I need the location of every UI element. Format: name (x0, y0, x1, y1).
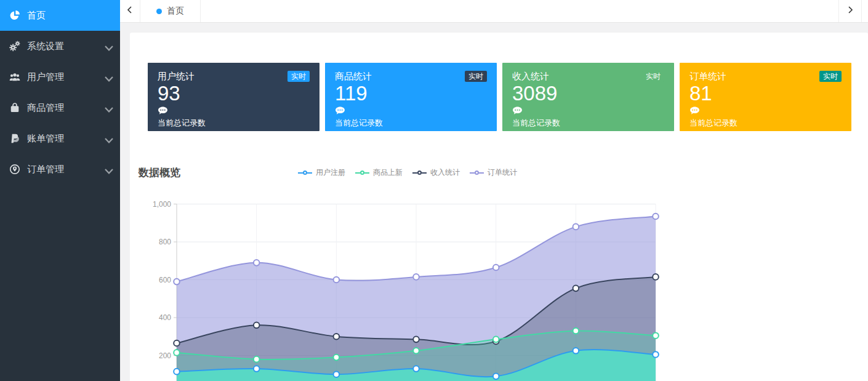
active-tab-dot-icon (156, 9, 162, 14)
sidebar-item-product-management[interactable]: 商品管理 (0, 92, 120, 123)
sidebar-item-bill-management[interactable]: 账单管理 (0, 123, 120, 154)
overview-header: 数据概览 用户注册商品上新收入统计订单统计 (139, 166, 677, 180)
main-area: 首页 用户统计 实时 93 (120, 0, 868, 381)
comment-dots-icon (158, 106, 168, 115)
tabs-scroll-left-button[interactable] (120, 0, 140, 22)
legend-marker (307, 172, 312, 174)
data-point-用户注册 (653, 351, 659, 358)
overview-chart: 2004006008001,000 (139, 200, 677, 381)
pie-chart-icon (9, 10, 20, 21)
data-point-订单统计 (334, 277, 340, 283)
tab-bar-filler (201, 0, 838, 22)
chevron-down-icon (103, 135, 111, 142)
stat-card-income: 收入统计 实时 3089 当前总记录数 (502, 63, 674, 131)
y-axis-label: 600 (159, 276, 171, 284)
sidebar-item-label: 首页 (27, 10, 46, 22)
legend-item[interactable]: 订单统计 (470, 167, 517, 178)
legend-marker (298, 172, 303, 174)
tab-bar: 首页 (120, 0, 868, 23)
y-axis-label: 400 (159, 313, 171, 322)
data-point-商品上新 (334, 355, 340, 361)
legend-label: 用户注册 (316, 167, 345, 178)
data-point-订单统计 (653, 214, 659, 220)
stat-card-value: 119 (335, 82, 487, 105)
data-point-用户注册 (573, 348, 579, 354)
chevron-left-icon (126, 6, 134, 17)
shopping-bag-icon (9, 102, 20, 113)
realtime-badge: 实时 (465, 71, 487, 82)
legend-item[interactable]: 收入统计 (412, 167, 460, 178)
tab-label: 首页 (167, 6, 184, 17)
sidebar-item-label: 用户管理 (27, 71, 64, 83)
data-point-商品上新 (254, 356, 260, 363)
chevron-down-icon (103, 73, 111, 81)
stat-card-note: 当前总记录数 (689, 118, 842, 128)
legend-label: 商品上新 (373, 167, 403, 178)
chevron-right-icon (846, 6, 854, 17)
sidebar: 首页 系统设置 (0, 0, 120, 381)
data-point-用户注册 (174, 369, 180, 375)
data-point-订单统计 (254, 260, 260, 266)
legend-marker (364, 172, 369, 174)
data-point-收入统计 (573, 286, 579, 292)
data-point-商品上新 (653, 332, 659, 339)
comment-dots-icon (689, 106, 700, 115)
data-point-商品上新 (493, 337, 499, 343)
legend-marker-circle (360, 170, 364, 175)
legend-marker (479, 172, 484, 174)
chevron-down-icon (103, 166, 111, 173)
sidebar-item-home[interactable]: 首页 (0, 0, 120, 31)
legend-marker-circle (475, 170, 479, 175)
legend-label: 收入统计 (430, 167, 460, 178)
y-axis-label: 800 (159, 238, 171, 246)
stat-card-row: 用户统计 实时 93 当前总记录数 商品统计 实时 (148, 33, 851, 131)
sidebar-item-label: 商品管理 (27, 102, 64, 114)
sidebar-item-label: 账单管理 (27, 133, 64, 145)
legend-item[interactable]: 用户注册 (298, 167, 345, 178)
sidebar-item-label: 订单管理 (27, 164, 64, 175)
data-point-订单统计 (174, 279, 180, 285)
legend-marker (355, 172, 360, 174)
stat-card-title: 商品统计 (335, 71, 372, 82)
data-point-收入统计 (413, 337, 419, 343)
realtime-badge: 实时 (819, 71, 842, 82)
y-axis-label: 200 (159, 351, 171, 360)
sidebar-item-order-management[interactable]: 订单管理 (0, 154, 120, 185)
y-axis-label: 1,000 (153, 200, 171, 209)
comment-dots-icon (512, 106, 523, 115)
cogs-icon (9, 41, 20, 52)
tabs-scroll-right-button[interactable] (838, 0, 862, 22)
data-point-商品上新 (573, 328, 579, 334)
stat-card-note: 当前总记录数 (335, 118, 487, 128)
data-point-收入统计 (653, 274, 659, 280)
stat-card-orders: 订单统计 实时 81 当前总记录数 (680, 63, 851, 131)
sidebar-item-system-settings[interactable]: 系统设置 (0, 31, 120, 62)
legend-item[interactable]: 商品上新 (355, 167, 403, 178)
data-point-订单统计 (493, 265, 499, 271)
compass-pin-icon (9, 164, 20, 175)
stat-card-note: 当前总记录数 (158, 118, 310, 128)
legend-marker (422, 172, 427, 174)
stat-card-value: 81 (689, 82, 842, 105)
chevron-down-icon (103, 104, 111, 111)
legend-marker-circle (303, 170, 307, 175)
legend-marker (470, 172, 475, 174)
chevron-down-icon (103, 42, 111, 50)
data-point-收入统计 (174, 340, 180, 347)
stat-card-users: 用户统计 实时 93 当前总记录数 (148, 63, 319, 131)
realtime-badge: 实时 (287, 71, 310, 82)
stat-card-title: 收入统计 (512, 71, 549, 82)
data-point-收入统计 (254, 323, 260, 329)
stat-card-products: 商品统计 实时 119 当前总记录数 (325, 63, 497, 131)
stat-card-title: 用户统计 (158, 71, 195, 82)
legend-marker (412, 172, 417, 174)
sidebar-item-user-management[interactable]: 用户管理 (0, 62, 120, 92)
area-chart-canvas: 2004006008001,000 (139, 200, 677, 381)
dashboard-panel: 用户统计 实时 93 当前总记录数 商品统计 实时 (130, 33, 868, 381)
users-icon (9, 71, 20, 82)
data-point-商品上新 (413, 348, 419, 354)
data-point-商品上新 (174, 350, 180, 356)
tab-home[interactable]: 首页 (140, 0, 201, 22)
data-point-用户注册 (413, 366, 419, 372)
comment-dots-icon (335, 106, 345, 115)
